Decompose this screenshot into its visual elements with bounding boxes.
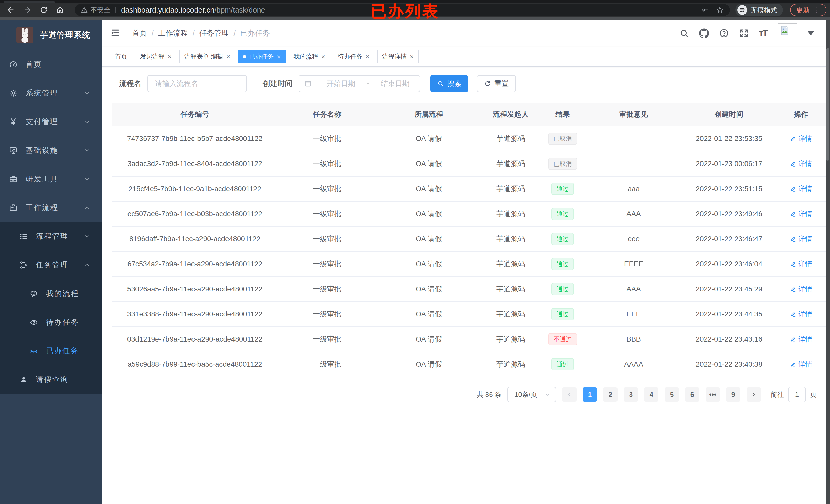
sidebar-item-label: 已办任务 xyxy=(46,346,79,356)
result-tag: 通过 xyxy=(551,208,574,220)
page-button-1[interactable]: 1 xyxy=(583,387,597,402)
sidebar-item-已办任务[interactable]: 已办任务 xyxy=(0,337,102,365)
cell-create-time: 2022-01-22 23:49:46 xyxy=(682,202,776,226)
sidebar-item-待办任务[interactable]: 待办任务 xyxy=(0,308,102,337)
tab-首页[interactable]: 首页 xyxy=(110,50,132,63)
avatar[interactable] xyxy=(777,23,797,43)
browser-update-button[interactable]: 更新 ⋮ xyxy=(790,4,826,16)
browser-home-button[interactable] xyxy=(54,4,66,16)
sidebar-item-我的流程[interactable]: 我的流程 xyxy=(0,279,102,308)
cell-result: 通过 xyxy=(540,302,585,327)
scrollbar-thumb[interactable] xyxy=(826,48,829,161)
sidebar-toggle-hamburger-icon[interactable] xyxy=(110,28,121,39)
cell-action: 详情 xyxy=(776,352,826,377)
cell-comment: AAA xyxy=(585,277,682,301)
tab-close-icon[interactable]: × xyxy=(321,53,325,60)
cell-task-id: 74736737-7b9b-11ec-b5b7-acde48001122 xyxy=(112,126,278,151)
browser-reload-button[interactable] xyxy=(38,4,50,16)
start-date-placeholder[interactable]: 开始日期 xyxy=(316,79,365,89)
breadcrumb-item-工作流程[interactable]: 工作流程 xyxy=(158,28,188,38)
font-size-icon[interactable]: тT xyxy=(759,28,767,38)
tab-流程表单-编辑[interactable]: 流程表单-编辑× xyxy=(180,50,235,63)
chat-icon xyxy=(30,290,38,298)
page-button-4[interactable]: 4 xyxy=(644,387,659,402)
browser-back-button[interactable] xyxy=(5,4,17,16)
detail-link[interactable]: 详情 xyxy=(790,335,812,344)
tab-我的流程[interactable]: 我的流程× xyxy=(289,50,330,63)
column-header-所属流程: 所属流程 xyxy=(376,103,481,126)
search-button[interactable]: 搜索 xyxy=(430,75,468,92)
detail-link[interactable]: 详情 xyxy=(790,234,812,243)
key-icon[interactable] xyxy=(701,6,709,14)
avatar-caret-down-icon[interactable] xyxy=(808,31,814,35)
detail-link[interactable]: 详情 xyxy=(790,184,812,193)
page-button-5[interactable]: 5 xyxy=(665,387,679,402)
goto-page-input[interactable] xyxy=(788,387,806,402)
sidebar-item-请假查询[interactable]: 请假查询 xyxy=(0,365,102,394)
help-icon[interactable] xyxy=(719,28,729,38)
sidebar-item-支付管理[interactable]: 支付管理 xyxy=(0,107,102,136)
tab-close-icon[interactable]: × xyxy=(277,53,281,60)
sidebar-item-流程管理[interactable]: 流程管理 xyxy=(0,222,102,251)
column-header-流程发起人: 流程发起人 xyxy=(481,103,540,126)
cell-task-id: ec507ae6-7b9a-11ec-b03b-acde48001122 xyxy=(112,202,278,226)
update-label[interactable]: 更新 xyxy=(796,5,810,14)
sidebar-item-系统管理[interactable]: 系统管理 xyxy=(0,79,102,107)
page-button-3[interactable]: 3 xyxy=(624,387,638,402)
tab-待办任务[interactable]: 待办任务× xyxy=(333,50,374,63)
tab-已办任务[interactable]: 已办任务× xyxy=(238,50,285,63)
cell-create-time: 2022-01-22 23:46:04 xyxy=(682,252,776,276)
github-icon[interactable] xyxy=(699,28,709,38)
table-row: a59c9d88-7b99-11ec-ba5c-acde48001122一级审批… xyxy=(112,351,826,377)
tab-close-icon[interactable]: × xyxy=(410,53,414,60)
browser-tab[interactable] xyxy=(4,1,55,3)
cell-action: 详情 xyxy=(776,327,826,351)
chevron-down-icon xyxy=(84,90,90,96)
page-button-6[interactable]: 6 xyxy=(685,387,699,402)
chevron-up-icon xyxy=(84,204,90,211)
bookmark-star-icon[interactable] xyxy=(716,6,724,14)
page-button-9[interactable]: 9 xyxy=(726,387,740,402)
sidebar-item-任务管理[interactable]: 任务管理 xyxy=(0,251,102,279)
tab-发起流程[interactable]: 发起流程× xyxy=(135,50,177,63)
sidebar-item-工作流程[interactable]: 工作流程 xyxy=(0,193,102,222)
breadcrumb-item-任务管理[interactable]: 任务管理 xyxy=(199,28,229,38)
detail-link[interactable]: 详情 xyxy=(790,159,812,168)
search-icon[interactable] xyxy=(679,28,689,38)
detail-link[interactable]: 详情 xyxy=(790,209,812,219)
app-logo-row[interactable]: 芋道管理系统 xyxy=(0,20,102,50)
cell-result: 不通过 xyxy=(540,327,585,351)
page-more-button[interactable]: ••• xyxy=(706,387,720,402)
detail-link[interactable]: 详情 xyxy=(790,134,812,143)
end-date-placeholder[interactable]: 结束日期 xyxy=(371,79,420,89)
cell-result: 通过 xyxy=(540,277,585,301)
browser-menu-dots-icon[interactable]: ⋮ xyxy=(813,6,820,14)
process-name-input[interactable] xyxy=(148,75,247,92)
sidebar-item-label: 研发工具 xyxy=(26,174,58,184)
prev-page-button[interactable] xyxy=(562,387,577,402)
next-page-button[interactable] xyxy=(746,387,761,402)
sidebar-item-label: 基础设施 xyxy=(26,145,58,156)
goto-label: 前往 xyxy=(771,390,784,399)
page-button-2[interactable]: 2 xyxy=(603,387,617,402)
breadcrumb-separator: / xyxy=(193,29,195,38)
sidebar-item-首页[interactable]: 首页 xyxy=(0,50,102,79)
date-range-picker[interactable]: 开始日期 - 结束日期 xyxy=(298,75,420,92)
security-label[interactable]: 不安全 xyxy=(90,6,110,14)
tab-close-icon[interactable]: × xyxy=(226,53,230,60)
detail-link[interactable]: 详情 xyxy=(790,284,812,294)
detail-link[interactable]: 详情 xyxy=(790,360,812,369)
detail-link[interactable]: 详情 xyxy=(790,309,812,319)
page-size-select[interactable]: 10条/页 xyxy=(507,387,556,402)
sidebar-item-研发工具[interactable]: 研发工具 xyxy=(0,165,102,193)
sidebar-item-基础设施[interactable]: 基础设施 xyxy=(0,136,102,165)
detail-link[interactable]: 详情 xyxy=(790,260,812,269)
browser-forward-button[interactable] xyxy=(22,4,33,16)
fullscreen-icon[interactable] xyxy=(739,28,749,38)
reset-button[interactable]: 重置 xyxy=(477,75,516,92)
tab-close-icon[interactable]: × xyxy=(168,53,171,60)
breadcrumb-item-首页[interactable]: 首页 xyxy=(132,28,147,38)
tab-流程详情[interactable]: 流程详情× xyxy=(377,50,419,63)
tab-close-icon[interactable]: × xyxy=(365,53,370,60)
cell-comment: eee xyxy=(585,227,682,251)
